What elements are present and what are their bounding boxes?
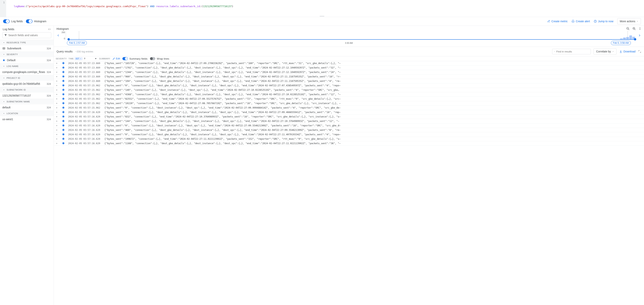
query-editor[interactable]: 1 logName:("projects/qwiklabs-gcp-00-2e7…	[0, 0, 644, 17]
expand-row-icon[interactable]	[56, 133, 58, 136]
expand-row-icon[interactable]	[56, 138, 58, 140]
table-body[interactable]: ✱2024-02-05 03:57:13.660{"bytes_sent":"1…	[54, 61, 644, 305]
fullscreen-icon[interactable]	[638, 50, 641, 53]
resize-handle[interactable]	[320, 16, 324, 17]
expand-row-icon[interactable]	[56, 80, 58, 82]
default-severity-icon: ✱	[62, 142, 64, 145]
hist-bar[interactable]	[620, 39, 623, 39]
hist-bar[interactable]	[629, 36, 632, 39]
table-row[interactable]: ✱2024-02-05 03:57:16.620{"bytes_sent":"4…	[54, 128, 644, 132]
col-time[interactable]: TIME IST	[68, 57, 97, 60]
hist-bar[interactable]	[626, 37, 629, 39]
section-item[interactable]: compute.googleapis.com/vpc_flows324	[0, 69, 54, 75]
hist-prev-button[interactable]	[56, 34, 60, 37]
expand-row-icon[interactable]	[56, 120, 58, 122]
section-item[interactable]: 1321292905877716137324	[0, 93, 54, 99]
histogram-toggle[interactable]: Histogram	[26, 19, 46, 23]
tz-badge[interactable]: IST	[74, 57, 82, 60]
section-head[interactable]: LOCATION	[0, 111, 54, 116]
range-end-handle[interactable]	[634, 38, 636, 41]
table-row[interactable]: ✱2024-02-05 03:57:16.620{"bytes_sent":"0…	[54, 123, 644, 128]
table-row[interactable]: ✱2024-02-05 03:57:16.620{"bytes_sent":"1…	[54, 119, 644, 123]
log-fields-label: Log fields	[11, 20, 23, 23]
table-row[interactable]: ✱2024-02-05 03:57:13.660{"bytes_sent":"1…	[54, 61, 644, 66]
table-row[interactable]: ✱2024-02-05 03:57:13.660{"bytes_sent":"9…	[54, 75, 644, 79]
expand-row-icon[interactable]	[56, 107, 58, 109]
severity-cell: ✱	[60, 71, 66, 74]
download-button[interactable]: Download	[619, 50, 636, 53]
wrap-lines-toggle[interactable]: Wrap lines	[150, 57, 169, 60]
caret-down-solid-icon	[94, 57, 97, 60]
expand-row-icon[interactable]	[56, 62, 58, 65]
timestamp-cell: 2024-02-05 03:57:16.620	[68, 133, 102, 136]
section-head[interactable]: SUBNETWORK ID	[0, 87, 54, 93]
expand-row-icon[interactable]	[56, 93, 58, 96]
section-item[interactable]: qwiklabs-gcp-00-2e76b685af56324	[0, 81, 54, 87]
section-head[interactable]: SEVERITY	[0, 52, 54, 57]
expand-vertical-icon[interactable]	[638, 27, 641, 30]
expand-row-icon[interactable]	[56, 142, 58, 145]
table-row[interactable]: ✱2024-02-05 03:57:13.660{"bytes_sent":"1…	[54, 66, 644, 70]
hist-next-button[interactable]	[638, 34, 641, 37]
section-head[interactable]: SUBNETWORK NAME	[0, 99, 54, 104]
table-row[interactable]: ✱2024-02-05 03:57:16.620{"bytes_sent":"1…	[54, 137, 644, 141]
table-row[interactable]: ✱2024-02-05 03:57:13.660{"bytes_sent":"1…	[54, 70, 644, 75]
expand-row-icon[interactable]	[56, 67, 58, 69]
expand-row-icon[interactable]	[56, 76, 58, 78]
find-in-results[interactable]	[552, 49, 591, 54]
section-item[interactable]: default324	[0, 104, 54, 111]
table-row[interactable]: ✱2024-02-05 03:57:16.620{"bytes_sent":"1…	[54, 141, 644, 146]
table-row[interactable]: ✱2024-02-05 03:57:15.062{"bytes_sent":"0…	[54, 83, 644, 88]
default-severity-icon: ✱	[62, 120, 64, 123]
table-row[interactable]: ✱2024-02-05 03:57:15.062{"bytes_sent":"1…	[54, 101, 644, 106]
table-row[interactable]: ✱2024-02-05 03:57:15.062{"bytes_sent":"1…	[54, 88, 644, 92]
create-metric-button[interactable]: Create metric	[547, 20, 568, 23]
item-count: 324	[46, 83, 51, 85]
summary-fields-toggle[interactable]: Summary fields	[122, 57, 148, 60]
section-item[interactable]: us-west1324	[0, 116, 54, 122]
table-row[interactable]: ✱2024-02-05 03:57:16.620{"bytes_sent":"8…	[54, 115, 644, 119]
expand-row-icon[interactable]	[56, 124, 58, 127]
table-row[interactable]: ✱2024-02-05 03:57:15.062{"bytes_sent":"0…	[54, 106, 644, 110]
section-head[interactable]: PROJECT ID	[0, 75, 54, 81]
table-row[interactable]: ✱2024-02-05 03:57:16.620{"bytes_sent":"0…	[54, 110, 644, 115]
more-actions-button[interactable]: More actions	[617, 18, 641, 24]
hist-canvas[interactable]	[68, 31, 636, 40]
log-fields-toggle[interactable]: Log fields	[3, 19, 23, 23]
create-alert-button[interactable]: Create alert	[572, 20, 590, 23]
expand-row-icon[interactable]	[56, 111, 58, 113]
default-severity-icon: ✱	[62, 66, 64, 69]
jump-to-now-button[interactable]: Jump to now	[594, 20, 613, 23]
summary-cell: {"bytes_sent":"0", "connection":{…}, "de…	[104, 133, 642, 136]
chevron-up-icon	[3, 112, 5, 115]
query-text[interactable]: logName:("projects/qwiklabs-gcp-00-2e76b…	[6, 0, 644, 17]
section-head[interactable]: LOG NAME	[0, 63, 54, 69]
table-row[interactable]: ✱2024-02-05 03:57:16.620{"bytes_sent":"0…	[54, 132, 644, 137]
correlate-by-button[interactable]: Correlate by	[594, 48, 616, 55]
expand-row-icon[interactable]	[56, 89, 58, 91]
edit-summary-button[interactable]: Edit	[112, 57, 120, 60]
sort-asc-icon[interactable]	[83, 57, 86, 60]
summary-cell: {"bytes_sent":"104", "connection":{…}, "…	[104, 80, 642, 83]
expand-row-icon[interactable]	[56, 116, 58, 118]
expand-row-icon[interactable]	[56, 129, 58, 131]
find-input[interactable]	[556, 50, 589, 53]
expand-row-icon[interactable]	[56, 98, 58, 100]
collapse-icon[interactable]	[48, 28, 51, 31]
section-head[interactable]: RESOURCE TYPE	[0, 40, 54, 45]
zoom-in-icon[interactable]	[632, 27, 636, 30]
expand-row-icon[interactable]	[56, 84, 58, 87]
zoom-out-icon[interactable]	[626, 27, 630, 30]
time-filter-icon[interactable]	[94, 57, 97, 60]
search-input[interactable]	[8, 34, 50, 37]
hist-bar[interactable]	[623, 38, 626, 39]
expand-row-icon[interactable]	[56, 102, 58, 105]
expand-row-icon[interactable]	[56, 71, 58, 73]
table-row[interactable]: ✱2024-02-05 03:57:13.660{"bytes_sent":"1…	[54, 79, 644, 83]
table-row[interactable]: ✱2024-02-05 03:57:15.062{"bytes_sent":"8…	[54, 97, 644, 101]
section-item[interactable]: Default324	[0, 57, 54, 63]
col-severity[interactable]: SEVERITY	[56, 58, 66, 60]
table-row[interactable]: ✱2024-02-05 03:57:15.062{"bytes_sent":"4…	[54, 92, 644, 97]
section-item[interactable]: Subnetwork324	[0, 45, 54, 52]
sidebar-search[interactable]	[2, 32, 51, 38]
